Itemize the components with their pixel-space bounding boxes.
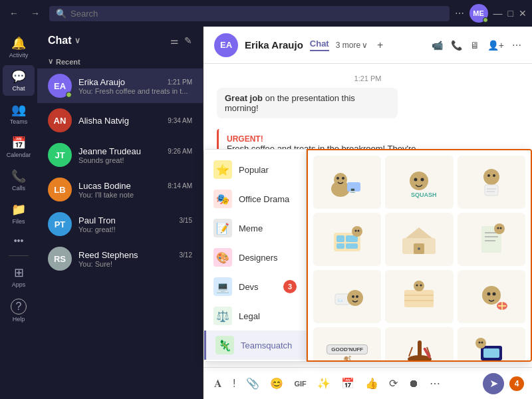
sticker-cat-bummer_bert[interactable]: 😔 Bummer Bert: [204, 360, 306, 362]
emoji-button[interactable]: 😊: [267, 374, 286, 392]
chat-name-row: Erika Araujo 1:21 PM: [78, 77, 192, 87]
sidebar-item-calendar[interactable]: 📅 Calendar: [3, 132, 35, 162]
sticker-cat-designers[interactable]: 🎨 Designers: [204, 243, 306, 272]
header-more-button[interactable]: ⋯: [512, 40, 521, 51]
svg-point-42: [414, 281, 424, 291]
recent-section-header: ∨ Recent: [37, 55, 203, 68]
toolbar-more-button[interactable]: ⋯: [427, 374, 443, 392]
svg-point-26: [418, 247, 420, 250]
sticker-9[interactable]: [458, 270, 525, 323]
svg-text:💻: 💻: [350, 187, 356, 193]
loop-button[interactable]: ⟳: [386, 374, 400, 392]
sticker-cat-legal[interactable]: ⚖️ Legal: [204, 301, 306, 331]
sticker-cat-devs[interactable]: 💻 Devs 3: [204, 272, 306, 301]
gif-button[interactable]: GIF: [291, 377, 309, 390]
sticker-cat-office_drama[interactable]: 🎭 Office Drama: [204, 184, 306, 213]
back-button[interactable]: ←: [5, 5, 23, 21]
sticker-2[interactable]: SQUASH: [385, 156, 453, 209]
chat-item-lucas[interactable]: LB Lucas Bodine 8:14 AM You: I'll take n…: [37, 172, 203, 207]
tab-chat[interactable]: Chat: [310, 39, 329, 51]
message-bubble: Great job on the presentation this morni…: [217, 88, 398, 118]
audio-call-button[interactable]: 📞: [451, 40, 462, 51]
new-chat-button[interactable]: ✎: [184, 35, 192, 46]
close-button[interactable]: ✕: [519, 8, 527, 19]
chat-item-alisha[interactable]: AN Alisha Natvig 9:34 AM: [37, 103, 203, 138]
chat-item-paul[interactable]: PT Paul Tron 3/15 You: great!!: [37, 207, 203, 241]
scheduling-button[interactable]: 📅: [338, 374, 357, 392]
chat-item-jeanne[interactable]: JT Jeanne Trudeau 9:26 AM Sounds great!: [37, 138, 203, 172]
teams-label: Teams: [10, 118, 28, 125]
sidebar-item-calls[interactable]: 📞 Calls: [3, 165, 35, 196]
sidebar-item-more[interactable]: •••: [3, 231, 35, 250]
user-avatar[interactable]: ME: [469, 4, 488, 23]
chat-info: Lucas Bodine 8:14 AM You: I'll take note: [78, 181, 192, 199]
calls-icon: 📞: [11, 169, 26, 184]
sidebar-item-apps[interactable]: ⊞ Apps: [3, 261, 35, 292]
sticker-12[interactable]: [458, 327, 525, 362]
sticker-cat-meme[interactable]: 📝 Meme: [204, 213, 306, 243]
chat-avatar: AN: [48, 108, 72, 132]
chat-header-name: Erika Araujo: [245, 39, 303, 51]
sidebar-item-files[interactable]: 📁 Files: [3, 198, 35, 229]
sticker-4[interactable]: [313, 213, 381, 266]
activity-icon: 🔔: [11, 36, 26, 51]
search-input[interactable]: [70, 9, 443, 19]
svg-point-43: [416, 285, 418, 287]
sidebar-item-teams[interactable]: 👥 Teams: [3, 98, 35, 129]
chat-preview: You: Sure!: [78, 260, 192, 268]
filter-button[interactable]: ⚌: [170, 35, 179, 46]
sticker-3[interactable]: [458, 156, 525, 209]
left-rail: 🔔 Activity 💬 Chat 👥 Teams 📅 Calendar 📞 C…: [0, 27, 37, 399]
sticker-6[interactable]: [458, 213, 525, 266]
add-people-button[interactable]: 👤+: [487, 40, 504, 51]
minimize-button[interactable]: —: [493, 8, 503, 19]
more-tabs[interactable]: 3 more ∨: [336, 41, 368, 50]
format-button[interactable]: 𝐀: [211, 375, 225, 392]
sticker-5[interactable]: [385, 213, 453, 266]
svg-point-11: [487, 174, 490, 177]
chat-item-erika[interactable]: EA Erika Araujo 1:21 PM You: Fresh coffe…: [37, 68, 203, 103]
sticker-10[interactable]: GOOD'NUFF 🐒: [313, 327, 381, 362]
sticker-8[interactable]: [385, 270, 453, 323]
record-button[interactable]: ⏺: [406, 375, 422, 392]
forward-button[interactable]: →: [27, 5, 44, 21]
sticker-grid[interactable]: 💻 SQUASH: [307, 149, 532, 362]
send-button[interactable]: ➤: [483, 373, 504, 394]
sidebar-title-caret[interactable]: ∨: [74, 36, 80, 45]
svg-point-36: [347, 290, 363, 306]
chat-name: Paul Tron: [78, 215, 116, 225]
svg-text:📨: 📨: [337, 297, 343, 303]
sticker-7[interactable]: 📨: [313, 270, 381, 323]
urgent-button[interactable]: !: [230, 375, 238, 392]
sticker-1[interactable]: 💻: [313, 156, 381, 209]
sticker-11[interactable]: [385, 327, 453, 362]
sidebar-item-activity[interactable]: 🔔 Activity: [3, 32, 35, 63]
like-button[interactable]: 👍: [362, 374, 381, 392]
online-dot: [66, 92, 72, 98]
sticker-cat-popular[interactable]: ⭐ Popular: [204, 155, 306, 184]
svg-point-2: [336, 177, 339, 180]
sticker-cat-teamsquatch[interactable]: 🦎 Teamsquatch: [204, 331, 306, 360]
sidebar-item-chat[interactable]: 💬 Chat: [3, 65, 35, 96]
ellipsis-button[interactable]: ⋯: [455, 8, 464, 19]
svg-rect-54: [487, 360, 495, 362]
chat-time: 9:26 AM: [168, 148, 192, 155]
chat-rail-label: Chat: [12, 85, 25, 92]
recent-label: ∨ Recent: [48, 57, 192, 66]
sticker-cat-label: Office Drama: [239, 194, 289, 204]
maximize-button[interactable]: □: [508, 8, 513, 19]
files-label: Files: [12, 218, 25, 225]
sidebar-item-help[interactable]: ? Help: [3, 295, 35, 327]
attach-button[interactable]: 📎: [243, 374, 262, 392]
svg-rect-53: [483, 348, 499, 358]
chat-item-reed[interactable]: RS Reed Stephens 3/12 You: Sure!: [37, 241, 203, 276]
video-call-button[interactable]: 📹: [432, 40, 443, 51]
sticker-panel: ⭐ Popular 🎭 Office Drama 📝 Meme 🎨 Design…: [203, 149, 532, 362]
files-icon: 📁: [11, 202, 26, 217]
titlebar-search-box[interactable]: 🔍: [49, 6, 450, 21]
badge-4: 4: [509, 376, 524, 391]
svg-point-31: [494, 223, 505, 234]
sticker-button[interactable]: ✨: [315, 374, 333, 392]
add-tab-button[interactable]: +: [377, 39, 383, 51]
share-screen-button[interactable]: 🖥: [470, 40, 479, 51]
